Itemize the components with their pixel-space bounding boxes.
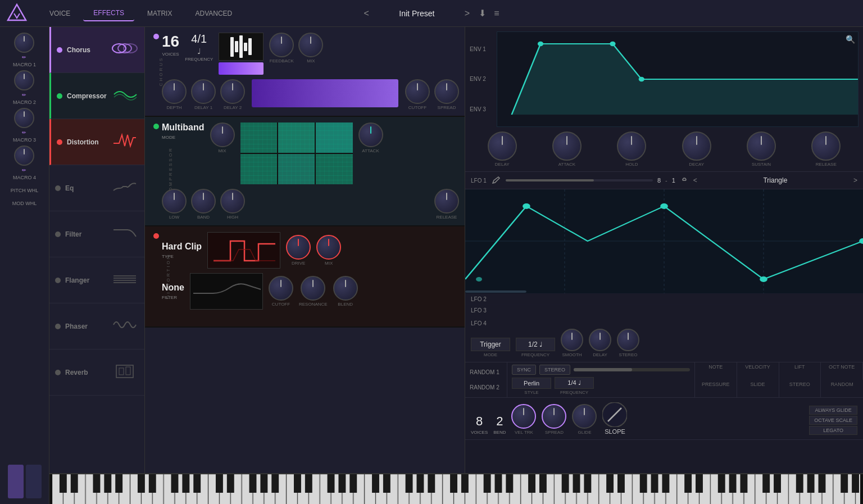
macro-3-knob[interactable] [14,108,34,128]
env-delay-knob[interactable] [488,131,517,161]
lfo4-delay-group: DELAY [589,329,611,357]
chorus-depth-knob[interactable] [162,79,187,104]
effect-item-compressor[interactable]: Compressor [49,73,144,119]
voice-section: 8 VOICES 2 BEND VEL TRK SPREAD GLID [465,398,863,440]
random1-stereo-btn[interactable]: STEREO [539,365,570,375]
effect-item-reverb[interactable]: Reverb [49,349,144,396]
macro-4-edit[interactable]: ✏ [22,167,26,173]
octave-scale-btn[interactable]: OCTAVE SCALE [809,416,857,425]
tab-effects[interactable]: EFFECTS [83,6,134,21]
comp-band-knob[interactable] [191,189,216,214]
svg-rect-43 [52,474,860,504]
comp-band-label: BAND [197,215,210,220]
env3-label: ENV 3 [470,106,497,112]
chorus-freq-group: 4/1 ♩ FREQUENCY [185,33,213,62]
env-attack-knob[interactable] [552,131,582,161]
dist-resonance-knob[interactable] [301,276,325,301]
save-icon[interactable]: ⬇ [479,8,486,19]
dist-blend-knob[interactable] [333,276,358,301]
preset-next-button[interactable]: > [465,8,470,19]
chorus-delay1-label: DELAY 1 [194,105,212,110]
phaser-name: Phaser [65,323,88,330]
voice-vel-trk-knob[interactable] [511,404,536,429]
env-hold-group: HOLD [617,131,646,167]
chorus-cutoff-knob[interactable] [405,79,430,104]
env-search-icon[interactable]: 🔍 [846,35,855,44]
legato-btn[interactable]: LEGATO [809,426,857,435]
chorus-freq-note: ♩ [197,47,201,56]
pitch-wheel-label: PITCH WHL [11,188,39,193]
menu-icon[interactable]: ≡ [494,8,499,19]
right-panel: ENV 1 ENV 2 ENV 3 [465,27,863,504]
lfo4-delay-knob[interactable] [589,329,611,351]
preset-prev-button[interactable]: < [364,8,369,19]
macro-4-knob[interactable] [14,146,34,166]
chorus-mix-group: MIX [298,33,323,63]
voice-bend-value: 2 [496,414,503,429]
voice-spread-knob[interactable] [542,404,566,429]
env-release-knob[interactable] [811,131,841,161]
macro-1-edit[interactable]: ✏ [22,55,26,60]
effect-item-distortion[interactable]: Distortion [49,119,144,165]
env-hold-knob[interactable] [617,131,646,161]
chorus-feedback-knob[interactable] [269,33,294,57]
effect-item-flanger[interactable]: Flanger [49,257,144,303]
macro-1-knob[interactable] [14,33,34,53]
dist-blend-group: BLEND [333,276,358,307]
voice-glide-knob[interactable] [572,404,597,429]
macro-3-edit[interactable]: ✏ [22,130,26,135]
chorus-delay1-knob[interactable] [191,79,216,104]
chorus-delay2-knob[interactable] [220,79,245,104]
voice-spread-label: SPREAD [545,430,564,435]
tab-voice[interactable]: VOICE [39,6,80,21]
effect-item-filter[interactable]: Filter [49,211,144,257]
dist-drive-knob[interactable] [286,235,311,260]
dist-mix-knob[interactable] [316,235,341,260]
lfo4-freq-group: 1/2 ♩ FREQUENCY [516,338,555,357]
pad-right[interactable] [26,465,42,498]
dist-filter-group: None FILTER [162,283,184,300]
lfo3-row: LFO 3 [465,305,863,316]
voice-slope-icon[interactable] [602,402,627,427]
env-sustain-knob[interactable] [747,131,776,161]
lfo4-stereo-knob[interactable] [617,329,639,351]
effect-item-chorus[interactable]: Chorus [49,27,144,73]
comp-attack-knob[interactable] [358,122,383,147]
tab-advanced[interactable]: ADVANCED [185,6,242,21]
chorus-mix-knob[interactable] [298,33,323,57]
voice-bend-group: 2 BEND [493,414,506,435]
random2-row: Perlin STYLE 1/4 ♩ FREQUENCY [512,377,690,395]
random2-style-value[interactable]: Perlin [512,378,551,389]
lfo1-rate-bar[interactable] [506,179,653,181]
comp-release-knob[interactable] [434,189,459,214]
random-controls-col: SYNC STEREO Perlin STYLE 1/4 ♩ [507,362,694,397]
env-graph: 🔍 [497,31,859,127]
random2-freq-group: 1/4 ♩ FREQUENCY [555,377,594,395]
dist-cutoff-knob[interactable] [269,276,293,301]
comp-high-knob[interactable] [220,189,245,214]
voice-btn-group: ALWAYS GLIDE OCTAVE SCALE LEGATO [809,406,857,435]
lfo4-trigger-value[interactable]: Trigger [471,338,510,351]
lfo2-row: LFO 2 [465,293,863,305]
pad-left[interactable] [8,465,24,498]
comp-mode-label: MODE [162,135,205,140]
lfo1-shape-prev[interactable]: < [693,176,697,184]
lfo4-freq-value[interactable]: 1/2 ♩ [516,338,555,351]
always-glide-btn[interactable]: ALWAYS GLIDE [809,406,857,415]
random2-freq-value[interactable]: 1/4 ♩ [555,377,594,389]
env-graph-area: ENV 1 ENV 2 ENV 3 [470,31,859,127]
macro-2-knob[interactable] [14,70,34,90]
comp-mix-knob[interactable] [210,122,235,147]
env-decay-knob[interactable] [682,131,711,161]
comp-low-knob[interactable] [162,189,187,214]
reverb-name: Reverb [65,369,88,376]
effect-item-eq[interactable]: Eq [49,165,144,211]
chorus-spread-knob[interactable] [434,79,459,104]
random1-bar [574,368,690,371]
macro-2-edit[interactable]: ✏ [22,92,26,98]
effect-item-phaser[interactable]: Phaser [49,303,144,349]
random1-sync-btn[interactable]: SYNC [512,365,536,375]
lfo4-smooth-knob[interactable] [561,329,583,351]
lfo1-shape-next[interactable]: > [853,176,857,184]
tab-matrix[interactable]: MATRIX [137,6,182,21]
